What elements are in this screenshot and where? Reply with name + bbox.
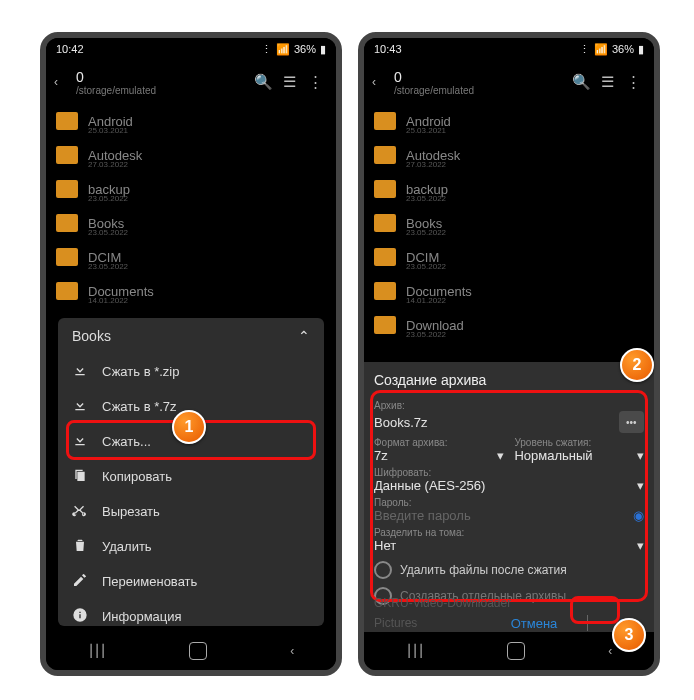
list-item[interactable]: backup23.05.2022 (46, 172, 336, 206)
file-date: 23.05.2022 (88, 262, 128, 271)
list-item[interactable]: Books23.05.2022 (364, 206, 654, 240)
search-icon[interactable]: 🔍 (568, 73, 594, 91)
battery-pct: 36% (612, 43, 634, 55)
list-item[interactable]: Download23.05.2022 (364, 308, 654, 342)
file-tag (602, 228, 642, 236)
list-item[interactable]: Documents14.01.2022 (46, 274, 336, 308)
signal-icon: 📶 (276, 43, 290, 56)
search-icon[interactable]: 🔍 (250, 73, 276, 91)
list-item[interactable]: backup23.05.2022 (364, 172, 654, 206)
file-tag (602, 262, 642, 270)
file-list[interactable]: Android25.03.2021Autodesk27.03.2022backu… (364, 104, 654, 342)
file-date: 27.03.2022 (88, 160, 128, 169)
home-button[interactable] (507, 642, 525, 660)
back-icon[interactable]: ‹ (54, 75, 72, 89)
dl-icon (72, 397, 88, 416)
file-date: 23.05.2022 (88, 228, 128, 237)
signal-icon: 📶 (594, 43, 608, 56)
chevron-up-icon[interactable]: ⌃ (298, 328, 310, 344)
list-item[interactable]: Books23.05.2022 (46, 206, 336, 240)
info-icon (72, 607, 88, 626)
view-icon[interactable]: ☰ (276, 73, 302, 91)
file-tag (284, 262, 324, 270)
view-icon[interactable]: ☰ (594, 73, 620, 91)
status-time: 10:42 (56, 43, 84, 55)
breadcrumb[interactable]: 0 /storage/emulated (390, 69, 568, 96)
file-date: 14.01.2022 (88, 296, 128, 305)
file-date: 23.05.2022 (88, 194, 128, 203)
menu-icon[interactable]: ⋮ (620, 73, 646, 91)
context-item[interactable]: Удалить (58, 529, 324, 564)
folder-icon (374, 180, 396, 198)
recents-button[interactable]: ⎮⎮⎮ (88, 644, 106, 658)
context-label: Переименовать (102, 574, 197, 589)
path-subtitle: /storage/emulated (76, 85, 250, 96)
back-icon[interactable]: ‹ (372, 75, 390, 89)
list-item[interactable]: Autodesk27.03.2022 (364, 138, 654, 172)
file-date: 23.05.2022 (406, 262, 446, 271)
android-navbar: ⎮⎮⎮ ‹ (46, 632, 336, 670)
file-date: 23.05.2022 (406, 194, 446, 203)
file-date: 25.03.2021 (406, 126, 446, 135)
path-title: 0 (76, 69, 250, 85)
back-button[interactable]: ‹ (608, 644, 612, 658)
recents-button[interactable]: ⎮⎮⎮ (406, 644, 424, 658)
list-item[interactable]: DCIM23.05.2022 (46, 240, 336, 274)
folder-icon (56, 282, 78, 300)
context-item[interactable]: Информация (58, 599, 324, 626)
toolbar: ‹ 0 /storage/emulated 🔍 ☰ ⋮ (46, 60, 336, 104)
status-time: 10:43 (374, 43, 402, 55)
list-item: OKRU-Video-Downloader (374, 596, 644, 610)
list-item[interactable]: Android25.03.2021 (46, 104, 336, 138)
context-label: Вырезать (102, 504, 160, 519)
highlight-dialog (370, 390, 648, 602)
status-right: ⋮ 📶 36% ▮ (579, 43, 644, 56)
back-button[interactable]: ‹ (290, 644, 294, 658)
context-label: Сжать в *.7z (102, 399, 177, 414)
folder-icon (56, 146, 78, 164)
context-item[interactable]: Вырезать (58, 494, 324, 529)
folder-icon (374, 112, 396, 130)
battery-pct: 36% (294, 43, 316, 55)
path-subtitle: /storage/emulated (394, 85, 568, 96)
path-title: 0 (394, 69, 568, 85)
list-item[interactable]: DCIM23.05.2022 (364, 240, 654, 274)
battery-icon: ▮ (320, 43, 326, 56)
file-date: 25.03.2021 (88, 126, 128, 135)
folder-icon (56, 180, 78, 198)
list-item[interactable]: Autodesk27.03.2022 (46, 138, 336, 172)
create-archive-dialog: Создание архива Архив: Books.7z ••• Форм… (364, 362, 654, 632)
trash-icon (72, 537, 88, 556)
file-tag (284, 296, 324, 304)
context-menu: Books ⌃ Сжать в *.zipСжать в *.7zСжать..… (58, 318, 324, 626)
file-tag (602, 126, 642, 134)
cut-icon (72, 502, 88, 521)
file-date: 14.01.2022 (406, 296, 446, 305)
list-item[interactable]: Documents14.01.2022 (364, 274, 654, 308)
context-title: Books (72, 328, 111, 344)
file-tag (602, 160, 642, 168)
marker-2: 2 (620, 348, 654, 382)
pen-icon (72, 572, 88, 591)
menu-icon[interactable]: ⋮ (302, 73, 328, 91)
folder-icon (374, 146, 396, 164)
file-list[interactable]: Android25.03.2021Autodesk27.03.2022backu… (46, 104, 336, 308)
context-label: Копировать (102, 469, 172, 484)
home-button[interactable] (189, 642, 207, 660)
context-item[interactable]: Копировать (58, 459, 324, 494)
android-navbar: ⎮⎮⎮ ‹ (364, 632, 654, 670)
folder-icon (374, 214, 396, 232)
file-tag (602, 330, 642, 338)
breadcrumb[interactable]: 0 /storage/emulated (72, 69, 250, 96)
file-tag (284, 160, 324, 168)
file-tag (284, 228, 324, 236)
file-tag (602, 296, 642, 304)
context-label: Информация (102, 609, 182, 624)
context-item[interactable]: Сжать в *.zip (58, 354, 324, 389)
folder-icon (374, 282, 396, 300)
dl-icon (72, 362, 88, 381)
file-date: 23.05.2022 (406, 228, 446, 237)
list-item[interactable]: Android25.03.2021 (364, 104, 654, 138)
context-item[interactable]: Переименовать (58, 564, 324, 599)
battery-icon: ▮ (638, 43, 644, 56)
